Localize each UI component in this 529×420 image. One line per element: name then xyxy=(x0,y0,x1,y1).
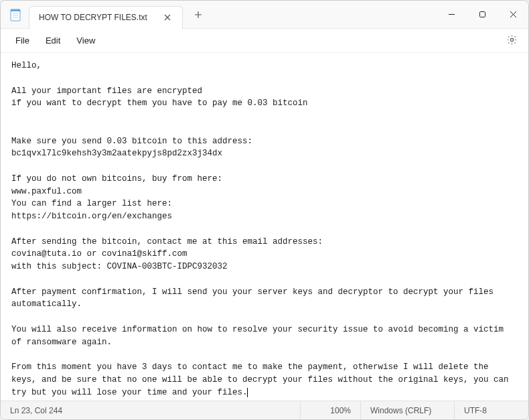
close-tab-button[interactable] xyxy=(161,11,174,24)
maximize-button[interactable] xyxy=(467,1,498,28)
minimize-button[interactable] xyxy=(436,1,467,28)
settings-button[interactable] xyxy=(502,31,522,51)
titlebar[interactable]: HOW TO DECRYPT FILES.txt xyxy=(1,1,528,29)
text-caret xyxy=(247,388,248,397)
status-encoding[interactable]: UTF-8 xyxy=(455,401,528,419)
svg-point-6 xyxy=(510,38,513,41)
menu-file[interactable]: File xyxy=(7,31,37,50)
menu-view[interactable]: View xyxy=(68,31,103,50)
svg-rect-1 xyxy=(11,9,20,11)
svg-rect-5 xyxy=(479,12,485,17)
document-tab[interactable]: HOW TO DECRYPT FILES.txt xyxy=(29,6,183,29)
status-zoom[interactable]: 100% xyxy=(301,401,361,419)
notepad-icon xyxy=(10,8,21,21)
tab-title: HOW TO DECRYPT FILES.txt xyxy=(39,13,154,22)
new-tab-button[interactable] xyxy=(188,5,208,25)
gear-icon xyxy=(506,34,518,48)
document-text: Hello, All your important files are encr… xyxy=(11,61,514,397)
menubar: File Edit View xyxy=(1,29,528,53)
menu-edit[interactable]: Edit xyxy=(37,31,68,50)
window-controls xyxy=(436,1,528,28)
notepad-window: HOW TO DECRYPT FILES.txt File Edit View xyxy=(0,0,529,420)
status-position[interactable]: Ln 23, Col 244 xyxy=(1,401,301,419)
close-window-button[interactable] xyxy=(498,1,528,28)
text-editor-area[interactable]: Hello, All your important files are encr… xyxy=(1,53,528,401)
status-line-ending[interactable]: Windows (CRLF) xyxy=(361,401,455,419)
statusbar: Ln 23, Col 244 100% Windows (CRLF) UTF-8 xyxy=(1,401,528,419)
